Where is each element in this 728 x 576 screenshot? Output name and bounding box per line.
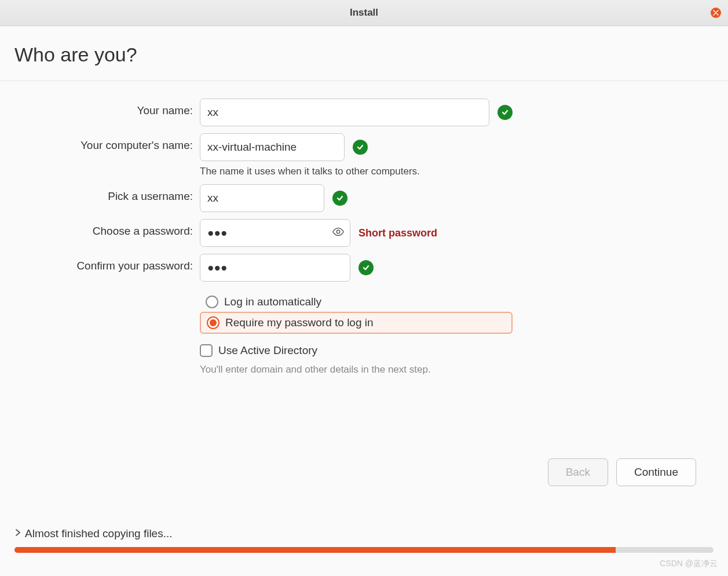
computer-name-helper: The name it uses when it talks to other … <box>200 166 420 177</box>
titlebar: Install <box>0 0 728 26</box>
user-form: Your name: Your computer's name: The nam… <box>0 81 728 376</box>
computer-name-input[interactable] <box>200 133 345 161</box>
radio-icon <box>206 296 218 308</box>
check-icon <box>358 260 374 275</box>
back-button[interactable]: Back <box>548 458 608 486</box>
continue-button[interactable]: Continue <box>616 458 696 486</box>
checkbox-label: Use Active Directory <box>218 344 317 357</box>
eye-icon[interactable] <box>332 225 345 240</box>
close-icon[interactable] <box>711 8 721 18</box>
username-label: Pick a username: <box>14 184 200 203</box>
check-icon <box>353 140 368 155</box>
radio-login-auto[interactable]: Log in automatically <box>200 292 513 312</box>
status-text: Almost finished copying files... <box>25 527 173 540</box>
checkbox-icon <box>200 344 213 357</box>
confirm-password-input[interactable] <box>200 254 350 282</box>
svg-point-0 <box>336 230 340 234</box>
radio-require-password[interactable]: Require my password to log in <box>200 312 513 334</box>
chevron-right-icon <box>14 527 21 540</box>
computer-name-label: Your computer's name: <box>14 133 200 152</box>
password-warning: Short password <box>358 227 437 239</box>
window-title: Install <box>350 7 378 19</box>
password-input[interactable] <box>200 219 350 247</box>
footer-buttons: Back Continue <box>548 458 696 486</box>
status-area: Almost finished copying files... <box>14 527 714 553</box>
radio-label: Log in automatically <box>224 296 321 308</box>
status-expander[interactable]: Almost finished copying files... <box>14 527 714 540</box>
check-icon <box>497 105 513 120</box>
radio-label: Require my password to log in <box>225 316 374 329</box>
radio-icon <box>207 316 220 329</box>
username-input[interactable] <box>200 184 324 212</box>
name-input[interactable] <box>200 99 489 126</box>
check-icon <box>332 191 347 206</box>
page-title: Who are you? <box>0 26 728 81</box>
progress-fill <box>14 547 616 553</box>
confirm-password-label: Confirm your password: <box>14 254 200 272</box>
name-label: Your name: <box>14 99 200 117</box>
password-label: Choose a password: <box>14 219 200 238</box>
checkbox-active-directory[interactable]: Use Active Directory <box>200 341 513 360</box>
progress-bar <box>14 547 714 553</box>
active-directory-helper: You'll enter domain and other details in… <box>200 364 513 376</box>
watermark: CSDN @蓝净云 <box>660 559 718 569</box>
